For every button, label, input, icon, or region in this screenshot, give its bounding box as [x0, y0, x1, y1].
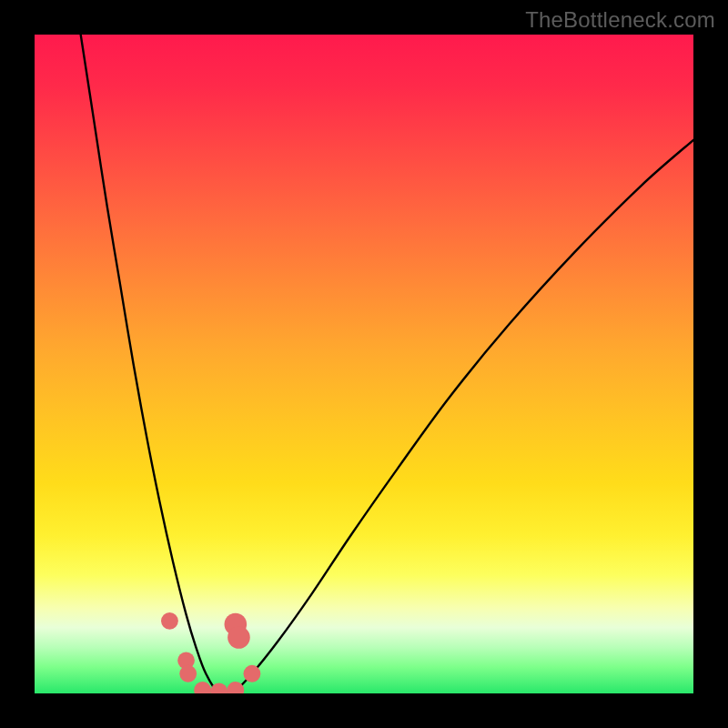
plot-area	[35, 35, 693, 693]
curve-marker-dot	[179, 665, 197, 682]
curve-marker-dot	[194, 682, 211, 693]
curve-marker-dot	[161, 612, 178, 630]
chart-frame: TheBottleneck.com	[0, 0, 728, 728]
curve-marker-dot	[228, 626, 250, 649]
curve-marker-dot	[227, 682, 244, 693]
watermark-text: TheBottleneck.com	[525, 7, 715, 33]
curve-marker-dot	[244, 665, 261, 682]
bottleneck-curve-svg	[35, 35, 693, 693]
bottleneck-curve	[81, 35, 693, 693]
